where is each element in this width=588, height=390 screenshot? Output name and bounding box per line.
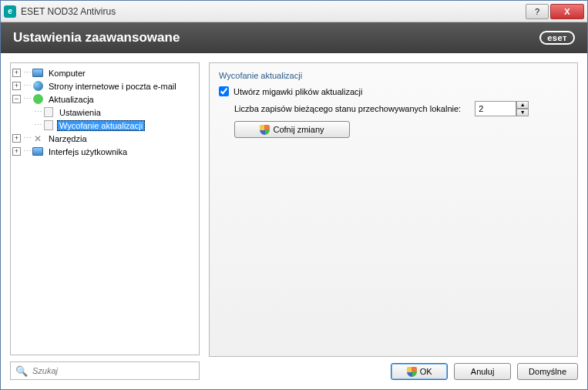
header-bar: Ustawienia zaawansowane eseт (1, 22, 587, 53)
nav-tree[interactable]: + ⋯ Komputer + ⋯ Strony internetowe i po… (10, 62, 200, 355)
help-button[interactable]: ? (526, 4, 549, 19)
tree-label-selected: Wycofanie aktualizacji (57, 120, 145, 131)
snapshot-checkbox-row: Utwórz migawki plików aktualizacji (219, 86, 568, 96)
panel-title: Wycofanie aktualizacji (219, 71, 568, 80)
snapshot-checkbox-label: Utwórz migawki plików aktualizacji (234, 87, 363, 96)
shield-icon (407, 367, 417, 377)
cancel-button-label: Anuluj (471, 367, 495, 376)
shield-icon (260, 125, 270, 135)
page-icon (44, 107, 53, 117)
dialog-footer: OK Anuluj Domyślne (209, 363, 578, 380)
tree-item-komputer[interactable]: + ⋯ Komputer (12, 66, 197, 79)
default-button[interactable]: Domyślne (517, 363, 578, 380)
expand-icon[interactable]: + (12, 147, 21, 156)
cancel-button[interactable]: Anuluj (454, 363, 511, 380)
tree-label: Aktualizacja (46, 95, 96, 104)
count-input[interactable] (475, 101, 516, 116)
tree-label: Strony internetowe i poczta e-mail (46, 82, 179, 91)
page-title: Ustawienia zaawansowane (13, 30, 180, 45)
expand-icon[interactable]: + (12, 134, 21, 143)
tree-item-interfejs[interactable]: + ⋯ Interfejs użytkownika (12, 145, 197, 158)
monitor-icon (32, 69, 43, 77)
tree-item-strony[interactable]: + ⋯ Strony internetowe i poczta e-mail (12, 79, 197, 92)
tree-item-narzedzia[interactable]: + ⋯ ✕ Narzędzia (12, 132, 197, 145)
count-row: Liczba zapisów bieżącego stanu przechowy… (219, 101, 568, 116)
refresh-icon (33, 94, 43, 104)
window-title: ESET NOD32 Antivirus (21, 6, 526, 17)
search-input[interactable] (32, 366, 194, 375)
spinner-down-button[interactable]: ▼ (516, 109, 529, 116)
tools-icon: ✕ (32, 133, 44, 144)
tree-label: Ustawienia (57, 108, 103, 117)
ok-button[interactable]: OK (391, 363, 448, 380)
tree-label: Interfejs użytkownika (46, 147, 129, 156)
revert-button[interactable]: Cofnij zmiany (234, 121, 350, 138)
ok-button-label: OK (420, 367, 432, 376)
close-button[interactable]: X (550, 4, 584, 19)
tree-item-ustawienia[interactable]: ⋯ Ustawienia (12, 106, 197, 119)
collapse-icon[interactable]: − (12, 95, 21, 103)
expand-icon[interactable]: + (12, 69, 21, 77)
tree-item-aktualizacja[interactable]: − ⋯ Aktualizacja (12, 92, 197, 106)
window: e ESET NOD32 Antivirus ? X Ustawienia za… (0, 0, 588, 390)
monitor-icon (32, 147, 43, 156)
tree-item-wycofanie[interactable]: ⋯ Wycofanie aktualizacji (12, 119, 197, 132)
settings-panel: Wycofanie aktualizacji Utwórz migawki pl… (209, 62, 578, 357)
brand-logo: eseт (539, 31, 575, 45)
revert-button-label: Cofnij zmiany (273, 125, 324, 134)
globe-icon (33, 81, 43, 91)
expand-icon[interactable]: + (12, 82, 21, 90)
search-icon: 🔍 (15, 365, 28, 377)
default-button-label: Domyślne (529, 367, 566, 376)
spinner-up-button[interactable]: ▲ (516, 101, 529, 109)
tree-label: Narzędzia (46, 134, 89, 143)
tree-label: Komputer (46, 69, 88, 78)
snapshot-checkbox[interactable] (219, 86, 229, 96)
count-label: Liczba zapisów bieżącego stanu przechowy… (234, 104, 461, 113)
search-box[interactable]: 🔍 (10, 361, 200, 380)
page-icon (44, 120, 53, 130)
titlebar: e ESET NOD32 Antivirus ? X (1, 1, 587, 22)
app-icon: e (4, 5, 16, 18)
